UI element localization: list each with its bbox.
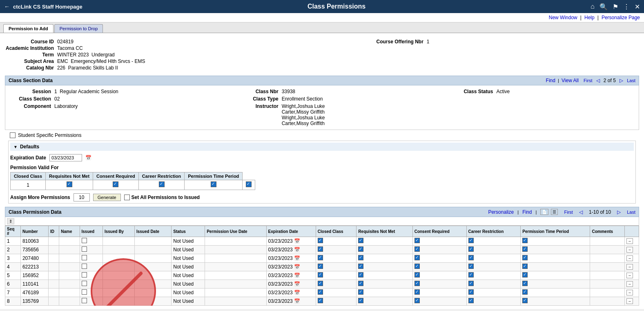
calendar-icon[interactable]: 📅 (293, 298, 300, 304)
student-perm-checkbox[interactable] (10, 132, 16, 138)
consent-req-check[interactable] (414, 298, 420, 303)
issued-check[interactable] (82, 298, 87, 303)
career-restriction-check[interactable] (468, 289, 474, 295)
perm-time-check[interactable] (522, 298, 528, 303)
calendar-icon[interactable]: 📅 (293, 281, 300, 287)
closed-class-check[interactable] (318, 246, 323, 252)
perm-time-check[interactable] (522, 264, 528, 269)
req-not-met-check[interactable] (358, 238, 363, 243)
req-not-met-check[interactable] (113, 181, 118, 187)
help-link[interactable]: Help (584, 15, 595, 20)
view-all-link[interactable]: View All (562, 78, 579, 83)
issued-check[interactable] (82, 246, 87, 252)
career-restriction-check[interactable] (468, 246, 474, 252)
set-all-checkbox[interactable] (124, 195, 130, 200)
consent-req-check[interactable] (414, 289, 420, 295)
back-button[interactable]: ← (4, 3, 10, 10)
req-not-met-check[interactable] (358, 246, 363, 252)
cpd-icon-btn-2[interactable]: ☰ (551, 209, 558, 215)
career-restriction-check[interactable] (211, 181, 216, 187)
req-not-met-check[interactable] (358, 264, 363, 269)
assign-count[interactable] (74, 193, 90, 201)
consent-req-check[interactable] (414, 264, 420, 269)
closed-class-check[interactable] (318, 238, 323, 243)
calendar-icon[interactable]: 📅 (293, 264, 300, 270)
closed-class-check[interactable] (318, 298, 323, 303)
new-window-link[interactable]: New Window (549, 15, 577, 20)
req-not-met-check[interactable] (358, 255, 363, 260)
closed-class-check[interactable] (318, 272, 323, 277)
req-not-met-check[interactable] (358, 272, 363, 277)
issued-check[interactable] (82, 264, 87, 269)
more-icon[interactable]: ⋮ (623, 3, 630, 11)
prev-arrow[interactable]: ◁ (596, 78, 600, 83)
consent-req-check[interactable] (414, 281, 420, 286)
remove-row-button[interactable]: − (626, 281, 633, 287)
cpd-last-link[interactable]: Last (627, 210, 635, 215)
career-restriction-check[interactable] (468, 264, 474, 269)
issued-check[interactable] (82, 281, 87, 286)
last-link[interactable]: Last (627, 78, 635, 83)
remove-row-button[interactable]: − (626, 264, 633, 270)
flag-icon[interactable]: ⚑ (613, 3, 618, 11)
closed-class-check[interactable] (318, 281, 323, 286)
expand-collapse-icon[interactable]: ⇕ (7, 218, 14, 224)
remove-row-button[interactable]: − (626, 247, 633, 253)
next-arrow[interactable]: ▷ (619, 78, 623, 83)
career-restriction-check[interactable] (468, 272, 474, 277)
calendar-icon[interactable]: 📅 (85, 155, 91, 161)
close-icon[interactable]: ✕ (635, 3, 640, 11)
cpd-next-arrow[interactable]: ▷ (617, 209, 621, 215)
expiration-date-input[interactable] (49, 154, 82, 161)
issued-check[interactable] (82, 289, 87, 295)
calendar-icon[interactable]: 📅 (293, 273, 300, 278)
perm-time-check[interactable] (522, 272, 528, 277)
consent-req-check[interactable] (414, 255, 420, 260)
consent-req-check[interactable] (414, 246, 420, 252)
calendar-icon[interactable]: 📅 (293, 290, 300, 295)
req-not-met-check[interactable] (358, 281, 363, 286)
issued-check[interactable] (82, 238, 87, 243)
calendar-icon[interactable]: 📅 (293, 255, 300, 261)
perm-time-check[interactable] (522, 255, 528, 260)
remove-row-button[interactable]: − (626, 290, 633, 295)
issued-check[interactable] (82, 272, 87, 277)
find-link[interactable]: Find (546, 78, 555, 83)
first-link[interactable]: First (584, 78, 592, 83)
remove-row-button[interactable]: − (626, 273, 633, 278)
closed-class-check[interactable] (318, 264, 323, 269)
home-icon[interactable]: ⌂ (591, 3, 595, 10)
perm-time-check[interactable] (522, 289, 528, 295)
cpd-icon-btn-1[interactable]: 📄 (540, 209, 548, 215)
closed-class-check[interactable] (67, 181, 72, 187)
consent-req-check[interactable] (159, 181, 165, 187)
cpd-find-link[interactable]: Find (522, 209, 532, 215)
cpd-personalize-link[interactable]: Personalize (488, 209, 514, 215)
career-restriction-check[interactable] (468, 255, 474, 260)
req-not-met-check[interactable] (358, 298, 363, 303)
generate-button[interactable]: Generate (93, 194, 121, 201)
consent-req-check[interactable] (414, 272, 420, 277)
personalize-page-link[interactable]: Personalize Page (602, 15, 640, 20)
remove-row-button[interactable]: − (626, 238, 633, 244)
perm-time-check[interactable] (522, 238, 528, 243)
issued-check[interactable] (82, 255, 87, 260)
career-restriction-check[interactable] (468, 238, 474, 243)
tab-permission-to-drop[interactable]: Permission to Drop (54, 24, 103, 33)
closed-class-check[interactable] (318, 289, 323, 295)
perm-time-check[interactable] (522, 246, 528, 252)
remove-row-button[interactable]: − (626, 255, 633, 261)
closed-class-check[interactable] (318, 255, 323, 260)
consent-req-check[interactable] (414, 238, 420, 243)
cpd-prev-arrow[interactable]: ◁ (579, 209, 583, 215)
perm-time-check[interactable] (246, 181, 252, 187)
perm-time-check[interactable] (522, 281, 528, 286)
calendar-icon[interactable]: 📅 (293, 247, 300, 253)
search-icon[interactable]: 🔍 (599, 3, 608, 11)
career-restriction-check[interactable] (468, 281, 474, 286)
career-restriction-check[interactable] (468, 298, 474, 303)
calendar-icon[interactable]: 📅 (293, 238, 300, 244)
req-not-met-check[interactable] (358, 289, 363, 295)
cpd-first-link[interactable]: First (564, 210, 573, 215)
tab-permission-to-add[interactable]: Permission to Add (3, 24, 53, 33)
